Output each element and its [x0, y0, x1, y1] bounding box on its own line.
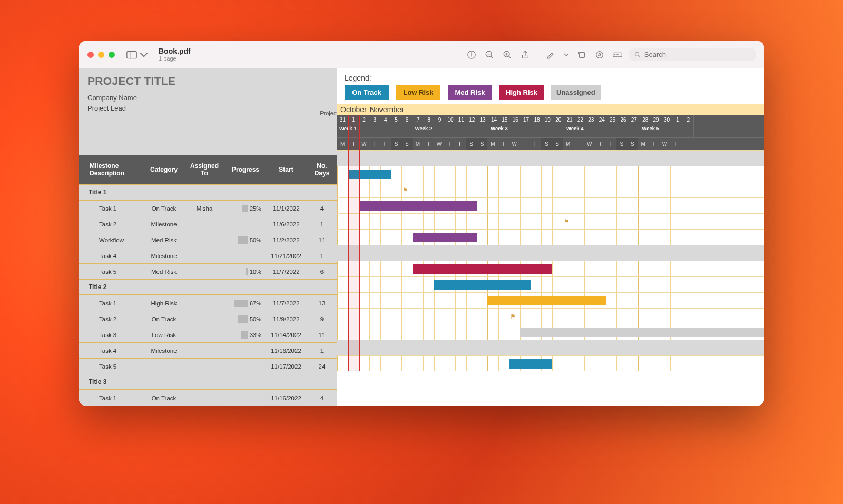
svg-line-6	[491, 56, 493, 58]
svg-rect-0	[127, 51, 136, 58]
gantt-panel: Legend: On TrackLow RiskMed RiskHigh Ris…	[337, 68, 764, 406]
chevron-down-icon	[139, 51, 149, 59]
task-table-panel: PROJECT TITLE Company Name Project Lead …	[79, 68, 337, 406]
task-row: Task 1High Risk67%11/7/202213	[79, 295, 337, 311]
week-header: 31123456Week 1	[337, 115, 413, 137]
section-title: Title 1	[79, 184, 337, 200]
titlebar: Book.pdf 1 page	[79, 41, 764, 68]
gantt-row	[337, 324, 764, 340]
info-icon[interactable]	[466, 50, 477, 60]
traffic-lights	[87, 52, 115, 58]
zoom-out-icon[interactable]	[484, 50, 495, 60]
gantt-bar	[487, 296, 605, 305]
company-name: Company Name	[87, 93, 329, 103]
gantt-row: ⚑	[337, 308, 764, 324]
gantt-bar	[413, 264, 552, 274]
document-name: Book.pdf	[159, 47, 191, 55]
task-row: Task 2Milestone11/6/20221	[79, 216, 337, 232]
svg-point-16	[616, 54, 616, 55]
gantt-row	[337, 276, 764, 292]
legend-label: Legend:	[345, 74, 757, 82]
task-row: Task 511/17/202224	[79, 358, 337, 374]
week-header: 21222324252627Week 4	[564, 115, 640, 137]
milestone-icon: ⚑	[403, 186, 408, 194]
form-fill-icon[interactable]	[612, 50, 623, 60]
legend-chip-med: Med Risk	[448, 85, 492, 100]
project-lead: Project Lead	[87, 103, 329, 114]
task-row: Task 4Milestone11/21/20221	[79, 248, 337, 263]
gantt-bar	[359, 201, 477, 211]
document-title: Book.pdf 1 page	[159, 47, 191, 62]
gantt-bar	[348, 170, 391, 179]
col-start: Start	[266, 166, 307, 173]
section-title: Title 3	[79, 374, 337, 390]
gantt-bar	[520, 328, 764, 337]
fullscreen-window-button[interactable]	[109, 52, 115, 58]
task-row: Task 1On TrackMisha25%11/1/20224	[79, 200, 337, 216]
gantt-bar	[509, 359, 552, 369]
toolbar	[466, 50, 623, 60]
gantt-bar	[434, 280, 531, 290]
task-row: Task 5Med Risk10%11/7/20226	[79, 263, 337, 279]
gantt-row	[337, 292, 764, 308]
month-label: November	[367, 105, 689, 114]
col-days: No. Days	[307, 162, 337, 177]
col-description: Milestone Description	[79, 162, 144, 177]
gantt-row	[337, 261, 764, 276]
gantt-row	[337, 229, 764, 245]
week-header: 28293012Week 5	[640, 115, 694, 137]
svg-point-17	[617, 54, 618, 55]
gantt-row: ⚑	[337, 213, 764, 229]
task-row: WorkflowMed Risk50%11/2/202211	[79, 232, 337, 248]
highlight-icon[interactable]	[594, 50, 605, 60]
gantt-row	[337, 355, 764, 371]
section-title: Title 2	[79, 279, 337, 295]
milestone-icon: ⚑	[510, 313, 516, 320]
milestone-icon: ⚑	[564, 218, 570, 225]
week-header: 78910111213Week 2	[413, 115, 489, 137]
svg-line-9	[509, 56, 511, 58]
task-row: Task 3Low Risk33%11/14/202211	[79, 327, 337, 342]
col-category: Category	[144, 166, 183, 173]
svg-line-19	[639, 55, 640, 57]
gantt-section-row	[337, 150, 764, 166]
search-field[interactable]	[629, 48, 756, 61]
rotate-icon[interactable]	[576, 50, 587, 60]
project-title: PROJECT TITLE	[87, 75, 329, 87]
app-window: Book.pdf 1 page PROJECT TITLE	[79, 41, 764, 406]
chevron-down-icon[interactable]	[564, 50, 569, 60]
legend-chip-unasg: Unassigned	[551, 85, 601, 100]
col-progress: Progress	[226, 166, 266, 173]
svg-rect-12	[580, 52, 585, 57]
task-row: Task 2On Track50%11/9/20229	[79, 311, 337, 327]
svg-point-13	[596, 51, 603, 58]
zoom-in-icon[interactable]	[502, 50, 513, 60]
svg-point-15	[614, 54, 615, 55]
legend-chip-high: High Risk	[499, 85, 544, 100]
svg-point-4	[471, 52, 472, 53]
minimize-window-button[interactable]	[98, 52, 104, 58]
gantt-row	[337, 166, 764, 182]
week-header: 14151617181920Week 3	[488, 115, 564, 137]
gantt-bar	[413, 233, 477, 242]
search-input[interactable]	[644, 51, 750, 58]
task-row: Task 1On Track11/16/20224	[79, 390, 337, 406]
task-row: Task 4Milestone11/16/20221	[79, 342, 337, 358]
close-window-button[interactable]	[87, 52, 94, 58]
month-label: October	[337, 105, 367, 114]
table-header: Milestone Description Category Assigned …	[79, 155, 337, 184]
legend-chip-track: On Track	[345, 85, 389, 100]
svg-point-18	[635, 52, 639, 56]
gantt-row	[337, 197, 764, 213]
col-assigned: Assigned To	[183, 162, 226, 177]
gantt-row: ⚑	[337, 182, 764, 197]
gantt-section-row	[337, 245, 764, 261]
gantt-section-row	[337, 340, 764, 355]
share-icon[interactable]	[520, 50, 531, 60]
search-icon	[634, 51, 641, 58]
legend-chip-low: Low Risk	[396, 85, 440, 100]
document-page-count: 1 page	[159, 55, 191, 62]
sidebar-toggle-button[interactable]	[126, 51, 149, 59]
markup-icon[interactable]	[546, 50, 556, 60]
